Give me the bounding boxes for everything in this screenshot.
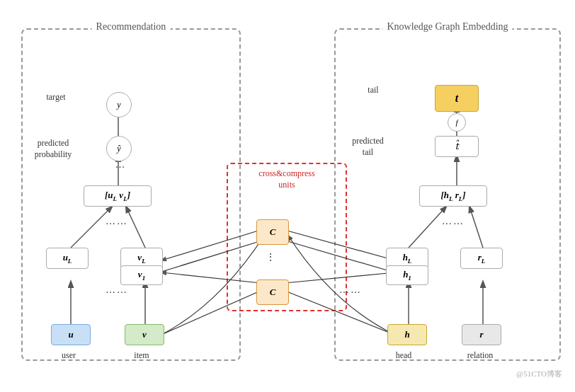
label-predicted-tail: predictedtail (345, 136, 391, 158)
label-relation: relation (453, 350, 507, 361)
dots-rec-top: ... (110, 159, 131, 171)
node-v-label: v (142, 329, 147, 340)
dots-rec-mid: …… (96, 216, 138, 227)
node-h: h (387, 324, 427, 345)
kge-title: Knowledge Graph Embedding (382, 21, 512, 33)
node-vL-label: vL (137, 252, 145, 265)
dots-kge-mid: …… (432, 216, 474, 227)
node-u: u (51, 324, 91, 345)
node-that-label: t̂ (455, 141, 458, 152)
node-yhat: ŷ (106, 136, 132, 161)
node-hLrL-label: [hL rL] (440, 190, 465, 202)
label-item: item (117, 350, 166, 361)
recommendation-title: Recommendation (92, 21, 171, 33)
node-rL-label: rL (478, 252, 486, 265)
node-C1: C (256, 279, 289, 305)
node-C1-label: C (270, 287, 276, 298)
node-v1-label: v1 (138, 269, 145, 282)
node-uL: uL (46, 248, 89, 269)
node-C2-label: C (270, 226, 276, 238)
node-y-label: y (117, 100, 120, 110)
node-h-label: h (404, 329, 409, 340)
cross-compress-label: cross&compressunits (228, 168, 346, 190)
node-u-label: u (68, 329, 73, 340)
label-predicted-prob: predictedprobability (28, 138, 78, 160)
label-user: user (44, 350, 93, 361)
node-r: r (462, 324, 501, 345)
dots-kge-bot: …… (329, 284, 372, 296)
node-that: t̂ (435, 136, 479, 157)
dots-rec-bot: …… (96, 284, 138, 296)
node-hLrL: [hL rL] (419, 185, 487, 207)
node-t: t (435, 85, 479, 112)
node-h1: h1 (386, 265, 428, 285)
node-v: v (125, 324, 164, 345)
label-tail: tail (352, 85, 394, 96)
node-uL-label: uL (63, 252, 72, 265)
node-f-label: f (455, 118, 457, 127)
node-h1-label: h1 (403, 269, 411, 282)
node-uLvL: [uL vL] (84, 185, 152, 207)
label-target: target (38, 92, 74, 103)
watermark: @51CTO博客 (516, 369, 562, 379)
node-t-label: t (455, 92, 458, 105)
node-r-label: r (479, 329, 483, 340)
node-hL-label: hL (403, 252, 412, 265)
node-yhat-label: ŷ (117, 144, 120, 154)
dots-c-mid: ⋮ (266, 251, 275, 263)
node-C2: C (256, 219, 289, 245)
node-v1: v1 (120, 265, 163, 285)
node-f: f (448, 113, 466, 132)
label-head: head (379, 350, 428, 361)
node-y: y (106, 92, 132, 117)
node-rL: rL (460, 248, 503, 269)
diagram: Recommendation Knowledge Graph Embedding… (7, 7, 568, 382)
node-uLvL-label: [uL vL] (105, 190, 130, 202)
